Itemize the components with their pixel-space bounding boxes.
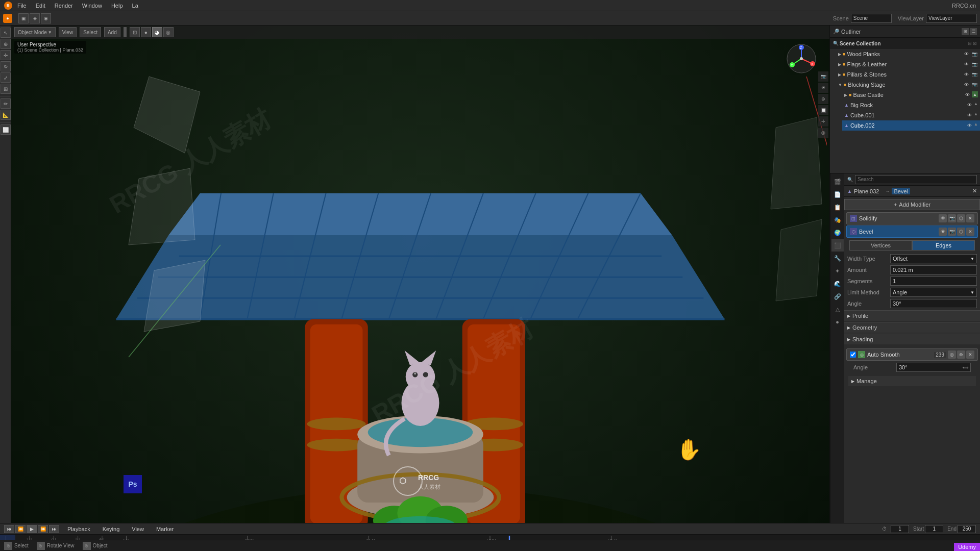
layout-icon[interactable]: ▣ — [18, 13, 29, 23]
outliner-item-pillars[interactable]: ▶ ■ Pillars & Stones 👁 📷 — [836, 69, 980, 80]
width-type-dropdown[interactable]: Offset ▼ — [890, 254, 977, 263]
menu-file[interactable]: File — [13, 2, 31, 10]
step-back-btn[interactable]: ⏪ — [15, 525, 26, 533]
camera-icon-blocking[interactable]: 📷 — [971, 81, 978, 88]
auto-smooth-checkbox[interactable] — [850, 352, 856, 358]
viewport-shading-material[interactable]: ◕ — [152, 27, 162, 37]
outliner-item-big-rock[interactable]: ▲ Big Rock 👁 ▲ — [842, 100, 980, 110]
solidify-close-icon[interactable]: ✕ — [966, 214, 974, 222]
move-tool[interactable]: ✛ — [1, 50, 11, 60]
outliner-filter-icon[interactable]: ⊞ — [962, 28, 969, 35]
auto-smooth-icon2[interactable]: ⊕ — [957, 350, 965, 359]
outliner-item-cube001[interactable]: ▲ Cube.001 👁 ▲ — [842, 110, 980, 120]
outliner-item-cube002[interactable]: ▲ Cube.002 👁 ▲ — [842, 120, 980, 131]
jump-start-btn[interactable]: ⏮ — [4, 525, 14, 533]
transform-icon-btn[interactable]: ✛ — [818, 116, 828, 127]
menu-window[interactable]: Window — [78, 2, 106, 10]
prop-tab-scene[interactable]: 🎭 — [831, 214, 844, 226]
prop-tab-physics[interactable]: 🌊 — [831, 278, 844, 290]
plane-close-icon[interactable]: ✕ — [972, 188, 977, 194]
modeling-icon[interactable]: ◈ — [30, 13, 40, 23]
filter-icon[interactable]: ⊟ — [968, 41, 972, 46]
overlay-icon-btn[interactable]: ⊕ — [818, 94, 828, 104]
vertices-toggle[interactable]: Vertices — [849, 240, 912, 251]
camera-icon-flags[interactable]: 📷 — [971, 61, 978, 68]
viewport-shading-rendered[interactable]: ◎ — [163, 27, 174, 37]
solidify-realtime-icon[interactable]: ⬡ — [957, 214, 965, 222]
annotate-tool[interactable]: ✏ — [1, 98, 11, 109]
prop-tab-world[interactable]: 🌍 — [831, 227, 844, 239]
solidify-vis-icon[interactable]: 👁 — [939, 214, 947, 222]
solidify-render-icon[interactable]: 📷 — [948, 214, 956, 222]
amount-value[interactable]: 0.021 m — [890, 265, 977, 274]
snap-icon-btn[interactable]: 🔲 — [818, 105, 828, 115]
playback-menu[interactable]: Playback — [63, 525, 94, 533]
prop-tab-output[interactable]: 📄 — [831, 188, 844, 201]
eye-icon-castle[interactable]: 👁 — [964, 91, 971, 98]
prop-tab-modifiers[interactable]: 🔧 — [831, 252, 844, 264]
viewport-container[interactable]: RRCG 人人素材 RRCG 人人素材 RRCG 素材 — [11, 26, 829, 523]
prop-tab-material[interactable]: ● — [831, 316, 844, 328]
camera-icon-btn[interactable]: 📷 — [818, 71, 828, 82]
navigation-gizmo[interactable]: Z X Y — [786, 43, 817, 75]
bevel-close-icon[interactable]: ✕ — [966, 228, 974, 236]
visibility-dot-castle[interactable]: ▲ — [972, 91, 978, 97]
viewport-shading-wireframe[interactable]: ⊡ — [130, 27, 140, 37]
add-modifier-button[interactable]: + Add Modifier — [844, 199, 980, 210]
rotate-tool[interactable]: ↻ — [1, 61, 11, 71]
auto-smooth-angle-value[interactable]: 30° ⟺ — [896, 363, 971, 372]
view-menu-timeline[interactable]: View — [128, 525, 148, 533]
bevel-vis-icon[interactable]: 👁 — [939, 228, 947, 236]
scene-input[interactable]: Scene — [851, 14, 892, 23]
auto-smooth-icon3[interactable]: ✕ — [966, 350, 974, 359]
bevel-modifier[interactable]: ⬡ Bevel 👁 📷 ⬡ ✕ — [846, 226, 978, 238]
play-btn[interactable]: ▶ — [27, 525, 37, 533]
prop-tab-render[interactable]: 🎬 — [831, 176, 844, 188]
transform-tool[interactable]: ⊞ — [1, 84, 11, 94]
eye-icon-cube001[interactable]: 👁 — [966, 112, 973, 119]
step-forward-btn[interactable]: ⏩ — [38, 525, 48, 533]
select-menu[interactable]: Select — [80, 27, 101, 37]
auto-smooth-icon1[interactable]: ◎ — [948, 350, 956, 359]
start-frame-input[interactable] — [925, 525, 943, 533]
angle-adjust-icon[interactable]: ⟺ — [963, 365, 968, 370]
eye-icon-rock[interactable]: 👁 — [966, 102, 973, 109]
jump-end-btn[interactable]: ⏭ — [49, 525, 59, 533]
prop-tab-data[interactable]: △ — [831, 303, 844, 315]
properties-search[interactable] — [855, 175, 977, 184]
add-menu[interactable]: Add — [104, 27, 120, 37]
geometry-header[interactable]: ▶ Geometry — [844, 322, 980, 333]
keying-menu[interactable]: Keying — [99, 525, 124, 533]
outliner-item-flags[interactable]: ▶ ■ Flags & Leather 👁 📷 — [836, 59, 980, 69]
proportional-icon-btn[interactable]: ◎ — [818, 128, 828, 138]
end-frame-input[interactable] — [958, 525, 976, 533]
eye-icon-flags[interactable]: 👁 — [963, 61, 970, 68]
viewport-shading-solid[interactable]: ● — [141, 27, 151, 37]
prop-tab-object[interactable]: ⬛ — [831, 239, 844, 252]
measure-tool[interactable]: 📐 — [1, 110, 11, 120]
solidify-modifier[interactable]: ◫ Solidify 👁 📷 ⬡ ✕ — [846, 212, 978, 224]
sun-icon-btn[interactable]: ☀ — [818, 83, 828, 93]
bevel-realtime-icon[interactable]: ⬡ — [957, 228, 965, 236]
eye-icon-blocking[interactable]: 👁 — [963, 81, 970, 88]
outliner-settings-icon[interactable]: ☰ — [970, 28, 977, 35]
prop-tab-constraints[interactable]: 🔗 — [831, 290, 844, 303]
menu-la[interactable]: La — [128, 2, 142, 10]
prop-tab-particles[interactable]: ✦ — [831, 265, 844, 277]
manage-header[interactable]: ▶ Manage — [848, 376, 976, 386]
outliner-item-wood-planks[interactable]: ▶ ■ Wood Planks 👁 📷 — [836, 49, 980, 59]
eye-icon-wood[interactable]: 👁 — [963, 51, 970, 58]
prop-tab-view-layer[interactable]: 📋 — [831, 201, 844, 213]
segments-value[interactable]: 1 — [890, 277, 977, 286]
shading-header[interactable]: ▶ Shading — [844, 334, 980, 344]
menu-edit[interactable]: Edit — [32, 2, 50, 10]
add-cube[interactable]: ⬜ — [1, 124, 11, 135]
edges-toggle[interactable]: Edges — [912, 240, 975, 251]
menu-render[interactable]: Render — [51, 2, 77, 10]
profile-header[interactable]: ▶ Profile — [844, 311, 980, 321]
angle-value[interactable]: 30° — [890, 299, 977, 308]
marker-menu[interactable]: Marker — [152, 525, 178, 533]
eye-icon-cube002[interactable]: 👁 — [966, 122, 973, 129]
eye-icon-pillars[interactable]: 👁 — [963, 71, 970, 78]
sort-icon[interactable]: ⊠ — [973, 41, 977, 46]
